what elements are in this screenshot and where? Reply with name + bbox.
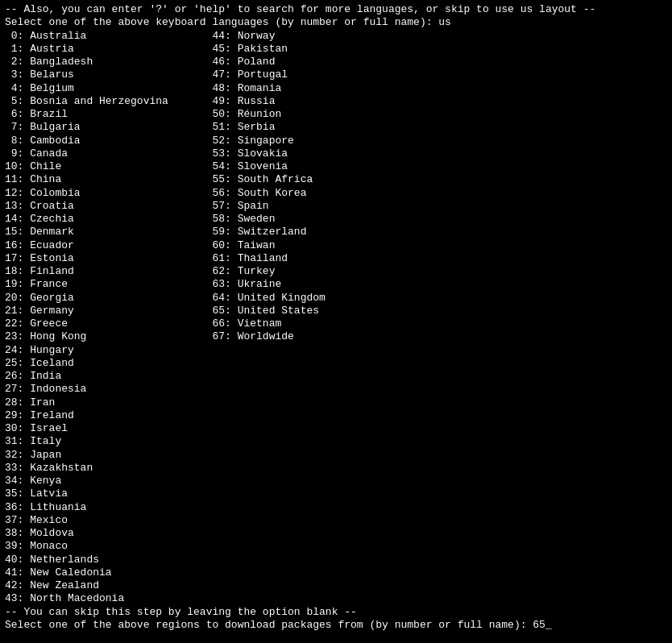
terminal-output: -- Also, you can enter '?' or 'help' to …: [5, 3, 667, 632]
